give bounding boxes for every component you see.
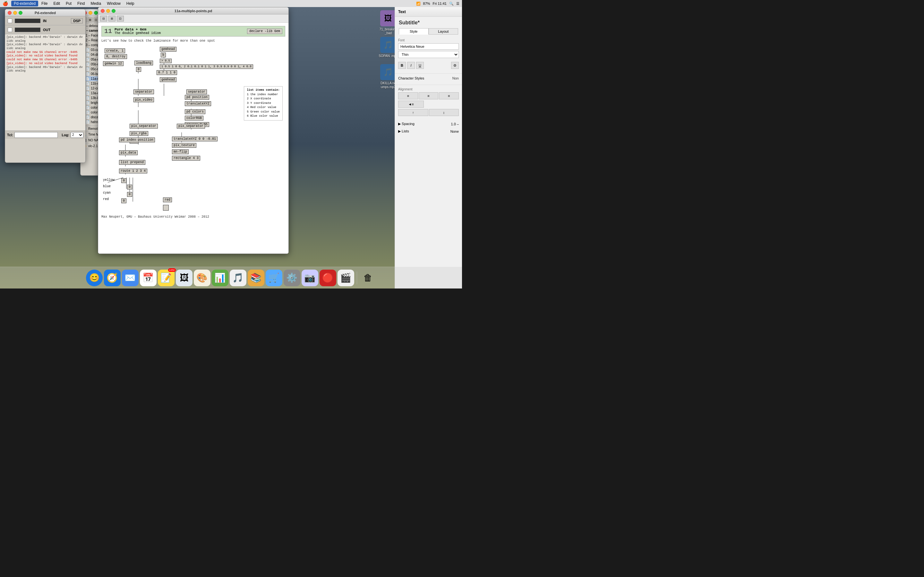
file-view-btn-2[interactable]: ⊞ — [87, 17, 93, 23]
pd-audio-in-check[interactable] — [8, 19, 12, 23]
minimize-button[interactable] — [13, 11, 17, 15]
underline-button[interactable]: U — [416, 62, 424, 69]
pd-box-pd-index[interactable]: pd index-position — [119, 137, 155, 142]
align-middle-button[interactable]: ↕ — [429, 109, 459, 116]
pd-box-colorrgb[interactable]: colorRGB — [185, 116, 204, 121]
align-center-button[interactable]: ≡ — [419, 92, 439, 99]
align-left-button[interactable]: ≡ — [398, 92, 418, 99]
pd-box-create[interactable]: create, 1 — [105, 48, 125, 53]
pd-box-gemhead1[interactable]: gemhead — [160, 47, 176, 52]
menubar-media[interactable]: Media — [88, 1, 103, 6]
dock-itunes[interactable]: 🎵 — [230, 269, 246, 286]
dock-appstore[interactable]: 🛒 — [266, 269, 282, 286]
lists-label[interactable]: ▶ Lists — [398, 129, 409, 133]
pd-box-sep2[interactable]: separator — [186, 89, 207, 94]
dock-iphoto[interactable]: 📷 — [302, 269, 318, 286]
maximize-button[interactable] — [19, 11, 23, 15]
pd-box-pix-texture[interactable]: pix_texture — [172, 143, 196, 148]
menubar-help[interactable]: Help — [124, 1, 137, 6]
pd-audio-in-slider[interactable] — [15, 19, 40, 23]
pd-box-output[interactable] — [163, 205, 169, 211]
pd-log-select[interactable]: 2 1 3 — [71, 132, 83, 138]
file-minimize-button[interactable] — [89, 11, 92, 15]
dock-notes[interactable]: 📝 — [158, 269, 174, 286]
close-button[interactable] — [8, 11, 11, 15]
pd-audio-out-slider[interactable] — [15, 27, 40, 32]
pd-box-b[interactable]: b — [161, 53, 166, 57]
toolbar-btn-1[interactable]: ⊟ — [100, 16, 107, 21]
pd-box-b2[interactable]: 0 — [136, 67, 141, 72]
dock-finder[interactable]: 😊 — [86, 269, 103, 286]
menubar-find[interactable]: Find — [75, 1, 87, 6]
pd-box-list-prepend[interactable]: list prepend — [119, 160, 145, 165]
patch-minimize-button[interactable] — [106, 9, 110, 13]
font-weight-select[interactable]: Thin Regular Bold Light — [398, 51, 459, 58]
pd-box-translatexyz[interactable]: translateXYZ — [185, 101, 211, 106]
bold-button[interactable]: B — [398, 62, 406, 69]
menubar-put[interactable]: Put — [63, 1, 74, 6]
pd-box-num-cyan[interactable]: 0 — [127, 192, 132, 197]
pd-box-num-red[interactable]: 0 — [121, 198, 126, 203]
dock-quicktime[interactable]: 🎬 — [338, 269, 354, 286]
pd-box-pix-sep1[interactable]: pix_separator — [129, 124, 158, 129]
pd-box-numval2[interactable]: 1 0.5 1 0 0, 2 0.1 0.1 0 1 1, 3 0.9 0.9 … — [160, 64, 253, 69]
tab-style[interactable]: Style — [399, 28, 429, 35]
pd-box-numval[interactable]: > 0.5 — [160, 59, 172, 63]
dock-mail[interactable]: ✉️ — [122, 269, 139, 286]
tab-layout[interactable]: Layout — [429, 28, 459, 35]
pd-box-slistinfo[interactable]: 0.7 1 1 0 — [157, 70, 177, 75]
menubar-pd-extended[interactable]: Pd-extended — [11, 1, 38, 6]
file-icon-12: 📄 — [86, 87, 89, 90]
patch-close-button[interactable] — [101, 9, 105, 13]
dock-brushes[interactable]: 🎨 — [194, 269, 210, 286]
pd-box-sep1[interactable]: separator — [134, 89, 154, 94]
indent-button[interactable]: ◄≡ — [398, 101, 424, 108]
pd-box-mn-flip[interactable]: mn-flip — [172, 149, 189, 154]
pd-box-rectangle[interactable]: rectangle 4 3 — [172, 156, 200, 161]
search-icon[interactable]: 🔍 — [449, 2, 454, 6]
font-name-display[interactable]: Helvetica Neue — [398, 43, 459, 50]
pd-box-route[interactable]: route 1 2 3 4 — [119, 169, 147, 173]
pd-tcl-input[interactable] — [15, 132, 58, 138]
dock-sysprefs[interactable]: ⚙️ — [284, 269, 300, 286]
pd-box-num-blue[interactable]: 0 — [127, 185, 132, 189]
pd-box-gemwin[interactable]: gemwin 12 — [103, 61, 124, 66]
pd-box-pd-colors[interactable]: pd colors — [185, 109, 205, 114]
dock-photos[interactable]: 🖼 — [176, 269, 192, 286]
dock-calendar[interactable]: 📅 — [140, 269, 157, 286]
pd-box-destroy[interactable]: 0, destroy — [105, 54, 127, 59]
toolbar-btn-3[interactable]: ⊡ — [117, 16, 124, 21]
patch-maximize-button[interactable] — [111, 9, 115, 13]
pd-box-loadbang[interactable]: loadbang — [134, 61, 153, 65]
dock-trash-icon: 🗑 — [363, 272, 373, 283]
dock-puredata[interactable]: 🔴 — [320, 269, 336, 286]
pd-dsp-button[interactable]: DSP — [71, 18, 83, 23]
italic-button[interactable]: I — [407, 62, 415, 69]
align-top-button[interactable]: ↑ — [398, 109, 428, 116]
pd-box-pix-rgba[interactable]: pix_rgba — [129, 131, 148, 136]
align-right-button[interactable]: ≡ — [439, 92, 459, 99]
pd-box-pix-sep2[interactable]: pix_separator — [177, 124, 205, 129]
menubar-edit[interactable]: Edit — [51, 1, 63, 6]
pd-box-pix-data[interactable]: pix_data — [119, 150, 137, 155]
menubar-file[interactable]: File — [39, 1, 50, 6]
dock-trash[interactable]: 🗑 — [360, 269, 376, 286]
dock-compass[interactable]: 🧭 — [104, 269, 121, 286]
font-gear-button[interactable]: ⚙ — [451, 62, 459, 69]
pd-box-gt05[interactable]: red — [163, 197, 172, 202]
menubar-window[interactable]: Window — [104, 1, 123, 6]
pd-box-gemhead2[interactable]: gemhead — [160, 77, 176, 82]
pd-audio-out-check[interactable] — [8, 27, 12, 32]
notification-icon[interactable]: ☰ — [456, 2, 459, 6]
pd-main-title: Pd-extended — [35, 11, 56, 15]
pd-box-translatexyz2[interactable]: translateXYZ 0 0 -0.01 — [172, 137, 218, 141]
file-maximize-button[interactable] — [94, 11, 98, 15]
dock-ibooks[interactable]: 📚 — [248, 269, 264, 286]
declare-lib-button[interactable]: declare -lib Gem — [247, 29, 282, 34]
toolbar-btn-2[interactable]: ⊞ — [108, 16, 115, 21]
apple-menu[interactable]: 🍎 — [3, 1, 8, 6]
pd-box-pix-video[interactable]: pix_video — [134, 97, 154, 102]
dock-numbers[interactable]: 📊 — [212, 269, 228, 286]
pd-box-pd-position[interactable]: pd position — [185, 95, 209, 100]
pd-box-num-yellow[interactable]: 0 — [121, 178, 126, 183]
